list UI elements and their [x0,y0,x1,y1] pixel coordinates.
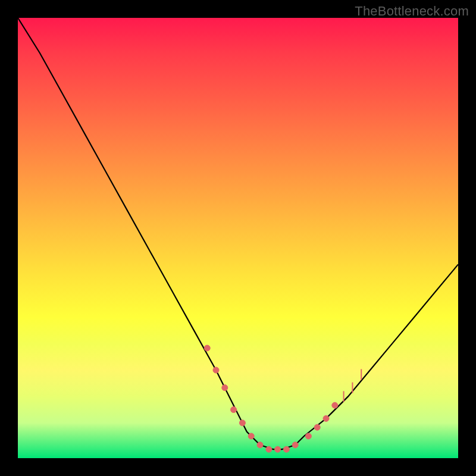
marker-dot [332,402,338,408]
bottleneck-curve [18,18,458,458]
marker-dot [222,385,228,391]
marker-dot [323,415,329,421]
plot-area [18,18,458,458]
marker-dot [239,420,245,426]
marker-dot [266,446,272,452]
marker-dot [283,446,289,452]
marker-dot [314,424,320,430]
marker-dot [204,345,210,351]
marker-dot [275,446,281,452]
curve-path [18,18,458,449]
marker-dot [213,367,219,373]
marker-dot [231,407,237,413]
watermark-text: TheBottleneck.com [355,4,469,19]
chart-frame: TheBottleneck.com [0,0,476,476]
marker-dot [305,433,311,439]
marker-dot [248,433,254,439]
marker-dot [292,442,298,448]
curve-markers [204,345,361,452]
marker-dot [257,442,263,448]
